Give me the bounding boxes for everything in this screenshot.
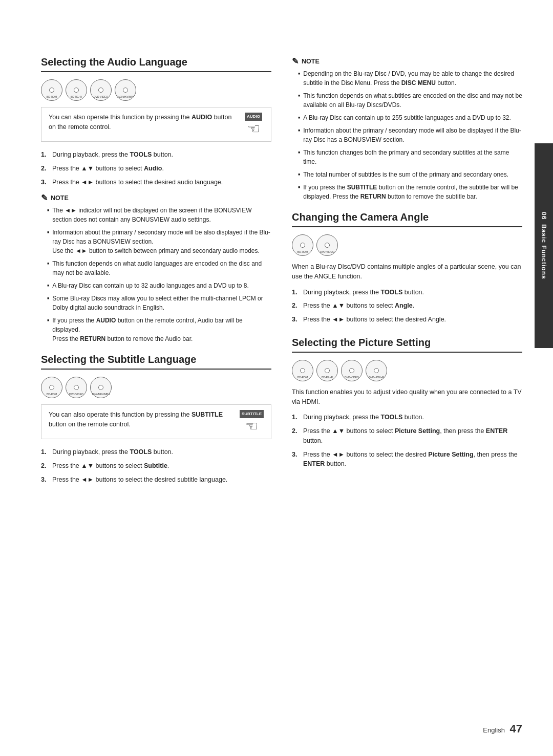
picture-steps: 1. During playback, press the TOOLS butt… [292, 413, 522, 469]
picture-intro: This function enables you to adjust vide… [292, 387, 522, 407]
subtitle-step-1: 1. During playback, press the TOOLS butt… [41, 447, 271, 457]
picture-setting-title: Selecting the Picture Setting [292, 337, 522, 353]
audio-note-3: This function depends on what audio lang… [47, 259, 271, 277]
side-tab-label: Basic Functions [540, 224, 547, 279]
subtitle-disc-divx: DivX/MKV/MP4 [90, 377, 112, 398]
note-icon-audio: ✎ [41, 193, 48, 203]
audio-step-3: 3. Press the ◄► buttons to select the de… [41, 178, 271, 187]
subtitle-step-3: 3. Press the ◄► buttons to select the de… [41, 475, 271, 485]
picture-step-3: 3. Press the ◄► buttons to select the de… [292, 450, 522, 469]
subtitle-disc-bdrom: BD-ROM [41, 377, 62, 398]
audio-note-6: If you press the AUDIO button on the rem… [47, 316, 271, 343]
audio-info-text: You can also operate this function by pr… [49, 114, 231, 131]
right-note-2: This function depends on what subtitles … [298, 91, 522, 110]
camera-intro: When a Blu-ray Disc/DVD contains multipl… [292, 262, 522, 282]
note-label-audio: NOTE [51, 195, 69, 202]
subtitle-remote-icon: SUBTITLE ☜ [240, 410, 264, 434]
audio-disc-icons: BD-ROM BD-RE/-R DVD-VIDEO DivX/MKV/MP4 [41, 79, 271, 101]
audio-language-section: Selecting the Audio Language BD-ROM BD-R… [41, 56, 271, 343]
picture-disc-icons: BD-ROM BD-RE/-R DVD-VIDEO DVD+RW/+R [292, 360, 522, 381]
subtitle-steps: 1. During playback, press the TOOLS butt… [41, 447, 271, 484]
audio-step-1: 1. During playback, press the TOOLS butt… [41, 150, 271, 160]
subtitle-disc-icons: BD-ROM DVD-VIDEO DivX/MKV/MP4 [41, 377, 271, 398]
audio-info-box: You can also operate this function by pr… [41, 107, 271, 142]
subtitle-info-text: You can also operate this function by pr… [49, 411, 223, 428]
audio-note-1: The ◄► indicator will not be displayed o… [47, 206, 271, 224]
right-note-4: Information about the primary / secondar… [298, 126, 522, 144]
right-column: ✎ NOTE Depending on the Blu-ray Disc / D… [292, 56, 522, 700]
subtitle-button-label: SUBTITLE [240, 410, 264, 418]
camera-angle-section: Changing the Camera Angle BD-ROM DVD-VID… [292, 211, 522, 325]
page-number-area: English 47 [483, 722, 522, 736]
subtitle-language-section: Selecting the Subtitle Language BD-ROM D… [41, 354, 271, 484]
subtitle-disc-dvd: DVD-VIDEO [66, 377, 87, 398]
camera-step-3: 3. Press the ◄► buttons to select the de… [292, 315, 522, 325]
right-note-7: If you press the SUBTITLE button on the … [298, 183, 522, 201]
side-tab: 06 Basic Functions [535, 143, 553, 348]
audio-note-2: Information about the primary / secondar… [47, 228, 271, 255]
camera-disc-dvd: DVD-VIDEO [316, 234, 338, 256]
disc-icon-bdrom: BD-ROM [41, 79, 62, 101]
disc-icon-divx: DivX/MKV/MP4 [115, 79, 136, 101]
picture-setting-section: Selecting the Picture Setting BD-ROM BD-… [292, 337, 522, 469]
audio-hand-icon: ☜ [247, 122, 260, 136]
camera-disc-bdrom: BD-ROM [292, 234, 313, 256]
note-label-right: NOTE [302, 58, 320, 65]
subtitle-language-title: Selecting the Subtitle Language [41, 354, 271, 370]
subtitle-hand-icon: ☜ [245, 419, 258, 434]
right-subtitle-notes: ✎ NOTE Depending on the Blu-ray Disc / D… [292, 56, 522, 201]
audio-language-title: Selecting the Audio Language [41, 56, 271, 72]
picture-disc-bdrer: BD-RE/-R [316, 360, 338, 381]
subtitle-info-box: You can also operate this function by pr… [41, 404, 271, 439]
camera-steps: 1. During playback, press the TOOLS butt… [292, 288, 522, 325]
right-note-6: The total number of subtitles is the sum… [298, 170, 522, 179]
subtitle-step-2: 2. Press the ▲▼ buttons to select Subtit… [41, 461, 271, 471]
page-language: English [483, 726, 505, 734]
camera-disc-icons: BD-ROM DVD-VIDEO [292, 234, 522, 256]
picture-disc-bdrom: BD-ROM [292, 360, 313, 381]
picture-disc-dvdrw: DVD+RW/+R [366, 360, 387, 381]
page-number: 47 [510, 722, 522, 735]
audio-step-2: 2. Press the ▲▼ buttons to select Audio. [41, 164, 271, 174]
disc-icon-bdrer: BD-RE/-R [66, 79, 87, 101]
picture-step-1: 1. During playback, press the TOOLS butt… [292, 413, 522, 422]
audio-steps: 1. During playback, press the TOOLS butt… [41, 150, 271, 187]
right-note-1: Depending on the Blu-ray Disc / DVD, you… [298, 69, 522, 88]
chapter-number: 06 [540, 212, 547, 220]
picture-disc-dvd: DVD-VIDEO [341, 360, 363, 381]
camera-step-1: 1. During playback, press the TOOLS butt… [292, 288, 522, 297]
disc-icon-dvdvideo: DVD-VIDEO [90, 79, 112, 101]
right-note-3: A Blu-ray Disc can contain up to 255 sub… [298, 113, 522, 122]
note-icon-right: ✎ [292, 56, 299, 66]
camera-step-2: 2. Press the ▲▼ buttons to select Angle. [292, 301, 522, 311]
audio-notes: ✎ NOTE The ◄► indicator will not be disp… [41, 193, 271, 343]
picture-step-2: 2. Press the ▲▼ buttons to select Pictur… [292, 426, 522, 446]
audio-button-label: AUDIO [245, 113, 262, 121]
camera-angle-title: Changing the Camera Angle [292, 211, 522, 227]
audio-note-5: Some Blu-ray Discs may allow you to sele… [47, 294, 271, 312]
audio-remote-icon: AUDIO ☜ [243, 113, 264, 136]
left-column: Selecting the Audio Language BD-ROM BD-R… [41, 56, 271, 700]
audio-note-4: A Blu-ray Disc can contain up to 32 audi… [47, 281, 271, 290]
right-note-5: This function changes both the primary a… [298, 148, 522, 166]
